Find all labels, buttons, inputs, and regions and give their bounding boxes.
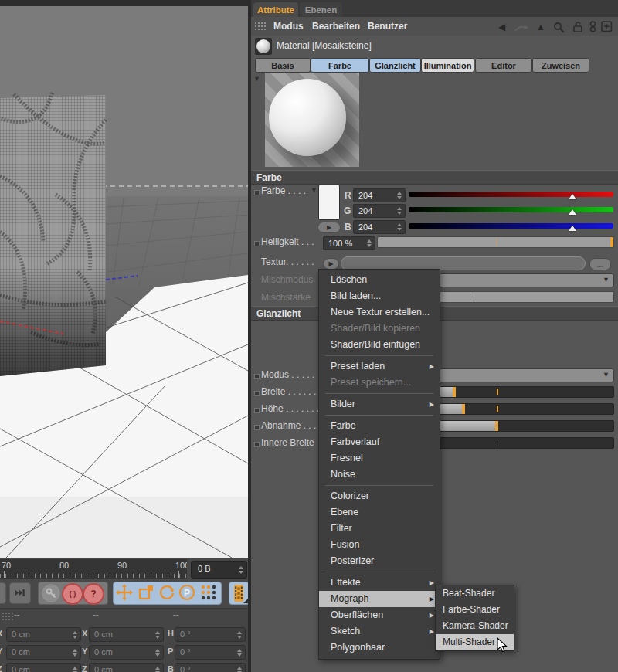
animation-dot[interactable] (254, 425, 260, 430)
stepper[interactable] (397, 223, 402, 231)
menu-benutzer[interactable]: Benutzer (368, 21, 407, 32)
position-z-field[interactable]: 0 cm (6, 663, 81, 672)
tab-ebenen[interactable]: Ebenen (300, 2, 342, 17)
forward-icon[interactable] (514, 23, 530, 32)
animation-dot[interactable] (254, 391, 260, 396)
position-y-field[interactable]: 0 cm (6, 645, 81, 660)
stepper[interactable] (237, 631, 243, 639)
viewport-3d[interactable] (0, 0, 248, 558)
search-icon[interactable] (553, 22, 565, 33)
goto-end-button[interactable] (9, 582, 31, 604)
helligkeit-value-field[interactable]: 100 % (323, 236, 375, 250)
tab-basis[interactable]: Basis (255, 58, 311, 73)
record-position-button[interactable] (116, 584, 133, 601)
slider-thumb[interactable] (569, 194, 576, 199)
menu-modus[interactable]: Modus (273, 21, 304, 32)
rotation-p-field[interactable]: 0 ° (175, 645, 246, 660)
clipped-transport-button[interactable] (0, 582, 6, 604)
menu-item-bilder[interactable]: Bilder ▶ (319, 396, 440, 412)
menu-item-fresnel[interactable]: Fresnel (319, 450, 440, 467)
stepper[interactable] (73, 631, 78, 639)
submenu-item-beat-shader[interactable]: Beat-Shader (436, 585, 514, 602)
rotation-b-field[interactable]: 0 ° (175, 663, 246, 672)
slider-handle[interactable] (453, 387, 456, 397)
stepper[interactable] (367, 239, 372, 247)
autokey-toggle-button[interactable]: ( ) (62, 583, 83, 605)
frame-stepper[interactable] (239, 566, 244, 574)
parent-up-icon[interactable]: ▲ (536, 22, 545, 32)
section-header-farbe[interactable]: Farbe (251, 170, 618, 185)
tab-glanzlicht[interactable]: Glanzlicht (369, 58, 421, 73)
panel-divider[interactable] (248, 0, 251, 672)
menu-item-filter[interactable]: Filter (319, 521, 440, 537)
green-value-field[interactable]: 204 (353, 204, 406, 218)
stepper[interactable] (73, 649, 78, 657)
menu-bearbeiten[interactable]: Bearbeiten (312, 21, 360, 32)
material-preview[interactable] (265, 73, 359, 167)
menu-item-mograph[interactable]: Mograph ▶ (319, 591, 440, 607)
stepper[interactable] (155, 631, 161, 639)
record-scale-button[interactable] (138, 584, 154, 601)
helligkeit-slider[interactable] (377, 236, 614, 248)
menu-item-colorizer[interactable]: Colorizer (319, 488, 440, 504)
menu-item-fusion[interactable]: Fusion (319, 537, 440, 553)
stepper[interactable] (237, 649, 243, 657)
red-slider[interactable] (409, 192, 613, 197)
new-panel-icon[interactable] (601, 21, 613, 32)
menu-item-loeschen[interactable]: Löschen (319, 272, 440, 288)
textur-shader-button[interactable]: ▶ (323, 258, 339, 270)
scale-x-field[interactable]: 0 cm (89, 627, 164, 642)
color-swatch[interactable] (318, 185, 340, 220)
stepper[interactable] (155, 667, 161, 672)
stepper[interactable] (73, 667, 78, 672)
mosaic-cube-object[interactable] (0, 91, 106, 376)
menu-item-neue-textur-erstellen[interactable]: Neue Textur erstellen... (319, 304, 440, 321)
slider-thumb[interactable] (569, 209, 576, 215)
submenu-item-farbe-shader[interactable]: Farbe-Shader (436, 602, 514, 618)
animation-dot[interactable] (254, 408, 260, 413)
textur-browse-button[interactable]: ... (589, 258, 611, 270)
rotation-h-field[interactable]: 0 ° (175, 627, 246, 642)
color-collapse-icon[interactable]: ▼ (311, 186, 317, 194)
animation-dot[interactable] (254, 374, 260, 379)
animation-dot[interactable] (254, 241, 260, 246)
record-rotation-button[interactable] (158, 584, 175, 601)
scale-y-field[interactable]: 0 cm (89, 645, 164, 660)
blue-slider[interactable] (409, 223, 613, 229)
menubar-grip-icon[interactable] (254, 22, 266, 31)
scale-z-field[interactable]: 0 cm (89, 663, 164, 672)
menu-item-farbverlauf[interactable]: Farbverlauf (319, 434, 440, 450)
double-circle-icon[interactable] (589, 21, 597, 32)
blue-value-field[interactable]: 204 (353, 220, 406, 234)
preview-collapse-icon[interactable]: ▼ (253, 75, 260, 83)
tab-farbe[interactable]: Farbe (311, 58, 369, 73)
green-slider[interactable] (409, 207, 613, 212)
render-preview-button[interactable] (229, 582, 250, 605)
tab-attribute[interactable]: Attribute (253, 2, 298, 17)
menu-item-noise[interactable]: Noise (319, 467, 440, 483)
menu-item-polygonhaar[interactable]: Polygonhaar (319, 640, 440, 656)
tab-editor[interactable]: Editor (475, 58, 532, 73)
red-value-field[interactable]: 204 (353, 188, 406, 202)
color-mode-button[interactable]: ▶ (317, 222, 341, 233)
position-x-field[interactable]: 0 cm (6, 627, 81, 642)
keyframe-selection-button[interactable]: ? (83, 583, 104, 605)
animation-dot[interactable] (254, 190, 260, 195)
menu-item-ebene[interactable]: Ebene (319, 504, 440, 521)
menu-item-farbe[interactable]: Farbe (319, 418, 440, 434)
stepper[interactable] (397, 207, 402, 215)
record-parameter-button[interactable]: P (178, 584, 195, 601)
slider-handle[interactable] (495, 421, 498, 431)
menu-item-bild-laden[interactable]: Bild laden... (319, 288, 440, 304)
lock-icon[interactable] (572, 21, 583, 33)
slider-handle[interactable] (462, 404, 465, 414)
animation-dot[interactable] (254, 442, 260, 447)
submenu-item-kamera-shader[interactable]: Kamera-Shader (436, 618, 514, 634)
back-icon[interactable]: ◀ (498, 22, 505, 32)
tab-illumination[interactable]: Illumination (421, 58, 474, 73)
tab-zuweisen[interactable]: Zuweisen (532, 58, 589, 73)
stepper[interactable] (237, 667, 243, 672)
stepper[interactable] (155, 649, 161, 657)
timeline-ruler[interactable]: 70 80 90 100 (0, 559, 187, 579)
current-frame-field[interactable]: 0 B (191, 561, 247, 579)
